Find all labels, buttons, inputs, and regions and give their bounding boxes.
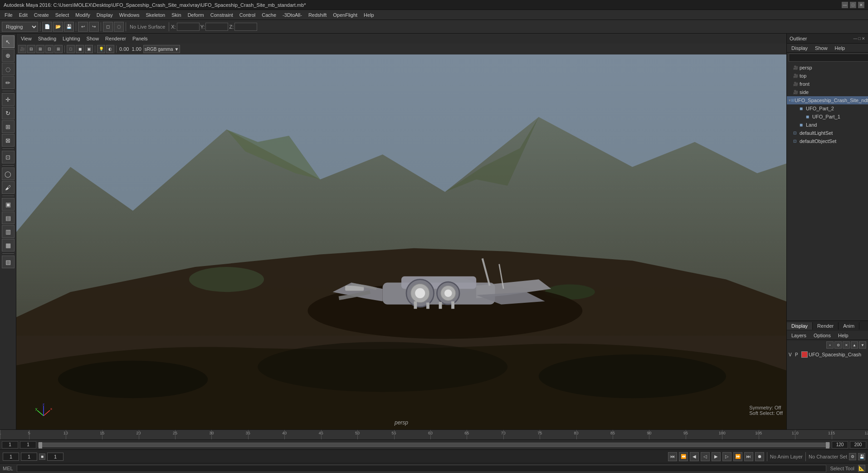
tree-item-3[interactable]: 🎥side (787, 88, 868, 96)
range-track[interactable] (38, 443, 830, 447)
anim-prefs-btn[interactable]: ⚙ (849, 453, 856, 460)
outliner-display-menu[interactable]: Display (789, 44, 810, 52)
menu-edit[interactable]: Edit (16, 11, 30, 19)
move-tool-btn[interactable]: ✛ (2, 93, 15, 106)
start-frame-input[interactable] (3, 453, 19, 461)
snapshot-btn[interactable]: ▥ (2, 225, 15, 238)
layer-up-btn[interactable]: ▲ (851, 341, 858, 349)
tree-item-6[interactable]: ◼UFO_Part_1 (787, 113, 868, 121)
minimize-button[interactable]: — (842, 2, 848, 8)
step-back-btn[interactable]: ⏪ (679, 452, 688, 461)
viewport[interactable]: View Shading Lighting Show Renderer Pane… (16, 34, 786, 429)
tree-item-8[interactable]: ⊡defaultLightSet (787, 129, 868, 137)
color-space-dropdown[interactable]: sRGB gamma ▼ (143, 45, 180, 53)
anim-tab[interactable]: Anim (839, 322, 859, 330)
menu-deform[interactable]: Deform (185, 11, 207, 19)
rotate-tool-btn[interactable]: ↻ (2, 107, 15, 119)
menu-display[interactable]: Display (94, 11, 116, 19)
prev-frame-btn[interactable]: ◀ (690, 452, 699, 461)
outliner-show-menu[interactable]: Show (812, 44, 830, 52)
select-btn[interactable]: ◻ (103, 22, 113, 32)
redo-btn[interactable]: ↪ (89, 22, 99, 32)
ipr-btn[interactable]: ▤ (2, 212, 15, 224)
layer-down-btn[interactable]: ▼ (859, 341, 866, 349)
scale-tool-btn[interactable]: ⊞ (2, 120, 15, 133)
menu-cache[interactable]: Cache (259, 11, 279, 19)
panels-menu[interactable]: Panels (130, 35, 151, 42)
close-button[interactable]: ✕ (858, 2, 864, 8)
window-controls[interactable]: — □ ✕ (842, 2, 864, 8)
menu-windows[interactable]: Windows (117, 11, 142, 19)
paint-select-btn[interactable]: ⊕ (2, 49, 15, 62)
tree-item-2[interactable]: 🎥front (787, 80, 868, 88)
shading-menu[interactable]: Shading (35, 35, 59, 42)
x-input[interactable] (177, 23, 200, 31)
universal-manip-btn[interactable]: ⊠ (2, 134, 15, 147)
grid-toggle[interactable]: ⊞ (54, 45, 63, 53)
y-input[interactable] (205, 23, 228, 31)
menu-openflight[interactable]: OpenFlight (330, 11, 360, 19)
play-back-btn[interactable]: ◁ (701, 452, 710, 461)
step-fwd-btn[interactable]: ⏩ (733, 452, 742, 461)
new-layer-btn[interactable]: + (826, 341, 834, 349)
maximize-button[interactable]: □ (850, 2, 856, 8)
outliner-search-input[interactable] (789, 54, 868, 62)
lights-btn[interactable]: 💡 (97, 45, 105, 53)
view-menu[interactable]: View (18, 35, 34, 42)
go-start-btn[interactable]: ⏮ (668, 452, 677, 461)
menu-skeleton[interactable]: Skeleton (143, 11, 168, 19)
lighting-menu[interactable]: Lighting (60, 35, 83, 42)
menu-skin[interactable]: Skin (169, 11, 184, 19)
panel-close-btn[interactable]: ✕ (862, 36, 865, 41)
new-scene-btn[interactable]: 📄 (42, 22, 52, 32)
show-menu[interactable]: Show (84, 35, 102, 42)
tree-item-9[interactable]: ⊡defaultObjectSet (787, 137, 868, 145)
menu-create[interactable]: Create (31, 11, 52, 19)
fit-sel-btn[interactable]: ⊞ (36, 45, 44, 53)
menu-redshift[interactable]: Redshift (306, 11, 329, 19)
go-end-btn[interactable]: ⏭ (744, 452, 753, 461)
layers-menu[interactable]: Layers (789, 332, 809, 339)
open-btn[interactable]: 📂 (53, 22, 63, 32)
renderer-menu[interactable]: Renderer (102, 35, 129, 42)
sculpt-btn[interactable]: 🖌 (2, 181, 15, 194)
layer-options-btn[interactable]: ⚙ (834, 341, 842, 349)
cb-help-menu[interactable]: Help (835, 332, 851, 339)
menu-file[interactable]: File (2, 11, 15, 19)
tree-item-7[interactable]: ◼Land (787, 121, 868, 129)
tree-item-4[interactable]: ▾⊞UFO_Spaceship_Crash_Site_ndt1... (787, 96, 868, 104)
play-fwd-btn[interactable]: ▶ (712, 452, 721, 461)
menu--3dtoall-[interactable]: -3DtoAll- (280, 11, 305, 19)
show-manip-btn[interactable]: ⊡ (2, 151, 15, 163)
shadows-btn[interactable]: ◐ (106, 45, 114, 53)
range-handle-left[interactable] (39, 442, 42, 448)
soft-mod-btn[interactable]: ◯ (2, 168, 15, 180)
save-btn[interactable]: 💾 (64, 22, 74, 32)
menu-constraint[interactable]: Constraint (208, 11, 236, 19)
timeline[interactable]: 1510152025303540455055606570758085909510… (0, 429, 868, 439)
lasso-tool-btn[interactable]: ◌ (2, 63, 15, 75)
mode-dropdown[interactable]: Rigging (2, 22, 38, 32)
render-tab[interactable]: Render (813, 322, 839, 330)
timeline-end-input[interactable] (850, 441, 866, 448)
undo-btn[interactable]: ↩ (78, 22, 88, 32)
panel-minimize-btn[interactable]: — (853, 36, 858, 41)
timeline-ruler[interactable]: 1510152025303540455055606570758085909510… (0, 430, 868, 439)
playblast-btn[interactable]: ▦ (2, 239, 15, 251)
end-frame-input[interactable] (47, 453, 63, 461)
timeline-start-input[interactable] (2, 441, 18, 448)
frame-color-btn[interactable]: ■ (39, 453, 45, 460)
tree-item-5[interactable]: ◼UFO_Part_2 (787, 104, 868, 113)
menu-control[interactable]: Control (237, 11, 258, 19)
paint-tool-btn[interactable]: ✏ (2, 76, 15, 89)
quick-layout-btn[interactable]: ▧ (2, 256, 15, 268)
wireframe-btn[interactable]: □ (67, 45, 75, 53)
menu-select[interactable]: Select (53, 11, 72, 19)
layer-delete-btn[interactable]: ✕ (843, 341, 850, 349)
tree-item-1[interactable]: 🎥top (787, 72, 868, 80)
lasso-btn[interactable]: ◌ (114, 22, 124, 32)
options-menu[interactable]: Options (811, 332, 834, 339)
anim-save-btn[interactable]: 💾 (858, 453, 865, 460)
smooth-shade-btn[interactable]: ◼ (76, 45, 84, 53)
range-handle-right[interactable] (826, 442, 829, 448)
